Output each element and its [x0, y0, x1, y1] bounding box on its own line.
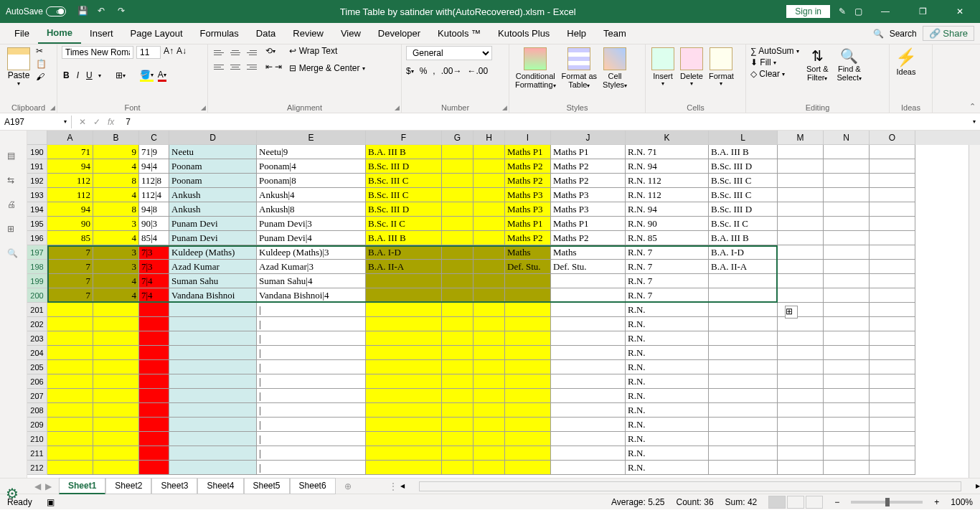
cell-C211[interactable] [139, 446, 169, 461]
cell-G196[interactable] [442, 231, 473, 245]
cell-C193[interactable]: 112|4 [139, 188, 169, 202]
cell-I206[interactable] [505, 374, 551, 389]
cell-C200[interactable]: 7|4 [139, 288, 169, 303]
add-sheet-button[interactable]: ⊕ [336, 481, 360, 491]
cell-A200[interactable]: 7 [47, 288, 93, 303]
cell-D205[interactable] [169, 360, 257, 374]
cell-K202[interactable]: R.N. [626, 317, 709, 331]
cell-N197[interactable] [824, 245, 870, 260]
cell-M194[interactable] [778, 202, 824, 217]
cell-A205[interactable] [47, 360, 93, 374]
cell-J195[interactable]: Maths P1 [551, 217, 626, 231]
horizontal-scrollbar[interactable] [419, 481, 961, 491]
col-header-D[interactable]: D [169, 131, 257, 145]
col-header-B[interactable]: B [93, 131, 139, 145]
number-format-select[interactable]: General [406, 46, 492, 60]
cell-B202[interactable] [93, 317, 139, 331]
align-top-right[interactable] [244, 46, 258, 59]
tab-team[interactable]: Team [595, 24, 635, 43]
worksheet[interactable]: ABCDEFGHIJKLMNO 19071971|9NeetuNeetu|9B.… [27, 131, 980, 478]
cell-E203[interactable]: | [257, 331, 366, 346]
cell-C212[interactable] [139, 461, 169, 475]
cell-O207[interactable] [870, 389, 915, 403]
insert-cells-button[interactable]: Insert▾ [650, 46, 676, 88]
cell-N194[interactable] [824, 202, 870, 217]
cell-E210[interactable]: | [257, 432, 366, 446]
cell-I205[interactable] [505, 360, 551, 374]
cell-J200[interactable] [551, 288, 626, 303]
tab-help[interactable]: Help [558, 24, 595, 43]
tab-file[interactable]: File [6, 24, 38, 43]
cell-D208[interactable] [169, 403, 257, 418]
cell-F203[interactable] [366, 331, 442, 346]
cell-L208[interactable] [709, 403, 778, 418]
tab-insert[interactable]: Insert [81, 24, 122, 43]
page-break-view-button[interactable] [806, 496, 823, 509]
cell-K208[interactable]: R.N. [626, 403, 709, 418]
rail-icon-5[interactable]: 🔍 [7, 248, 20, 261]
cell-O211[interactable] [870, 446, 915, 461]
align-bottom-right[interactable] [244, 60, 258, 73]
row-header[interactable]: 212 [27, 461, 47, 475]
cell-D191[interactable]: Poonam [169, 159, 257, 174]
cell-F196[interactable]: B.A. III B [366, 231, 442, 245]
cell-F190[interactable]: B.A. III B [366, 145, 442, 159]
cell-J196[interactable]: Maths P2 [551, 231, 626, 245]
cell-L203[interactable] [709, 331, 778, 346]
cell-N206[interactable] [824, 374, 870, 389]
cell-C209[interactable] [139, 418, 169, 432]
cell-G194[interactable] [442, 202, 473, 217]
cell-H190[interactable] [473, 145, 505, 159]
quick-analysis-icon[interactable]: ⊞ [785, 306, 798, 319]
cell-A199[interactable]: 7 [47, 274, 93, 288]
cell-H191[interactable] [473, 159, 505, 174]
sort-filter-button[interactable]: ⇅Sort &Filter▾ [805, 46, 830, 83]
zoom-slider[interactable] [851, 501, 923, 504]
cell-F206[interactable] [366, 374, 442, 389]
cell-G211[interactable] [442, 446, 473, 461]
cell-K199[interactable]: R.N. 7 [626, 274, 709, 288]
cell-H211[interactable] [473, 446, 505, 461]
cell-C190[interactable]: 71|9 [139, 145, 169, 159]
cell-B201[interactable] [93, 303, 139, 317]
cell-J206[interactable] [551, 374, 626, 389]
cell-I211[interactable] [505, 446, 551, 461]
cell-L190[interactable]: B.A. III B [709, 145, 778, 159]
col-header-O[interactable]: O [870, 131, 915, 145]
maximize-button[interactable]: ❐ [908, 0, 937, 23]
cell-C191[interactable]: 94|4 [139, 159, 169, 174]
cell-C192[interactable]: 112|8 [139, 174, 169, 188]
format-painter-icon[interactable]: 🖌 [36, 72, 47, 82]
conditional-formatting-button[interactable]: ConditionalFormatting▾ [514, 46, 557, 90]
cell-N211[interactable] [824, 446, 870, 461]
cell-O203[interactable] [870, 331, 915, 346]
cell-I195[interactable]: Maths P1 [505, 217, 551, 231]
cell-B192[interactable]: 8 [93, 174, 139, 188]
cell-H206[interactable] [473, 374, 505, 389]
cell-B195[interactable]: 3 [93, 217, 139, 231]
cell-O208[interactable] [870, 403, 915, 418]
row-header[interactable]: 197 [27, 245, 47, 260]
cell-O196[interactable] [870, 231, 915, 245]
cell-A195[interactable]: 90 [47, 217, 93, 231]
cell-J212[interactable] [551, 461, 626, 475]
cell-J205[interactable] [551, 360, 626, 374]
cell-F191[interactable]: B.Sc. III D [366, 159, 442, 174]
cell-E196[interactable]: Punam Devi|4 [257, 231, 366, 245]
cell-G209[interactable] [442, 418, 473, 432]
increase-decimal-icon[interactable]: .00→ [441, 66, 462, 76]
cell-D197[interactable]: Kuldeep (Maths) [169, 245, 257, 260]
cell-J210[interactable] [551, 432, 626, 446]
row-header[interactable]: 194 [27, 202, 47, 217]
number-launcher-icon[interactable]: ◢ [502, 104, 507, 111]
tab-view[interactable]: View [332, 24, 369, 43]
row-header[interactable]: 199 [27, 274, 47, 288]
clear-button[interactable]: ◇ Clear ▾ [750, 69, 799, 79]
cell-O202[interactable] [870, 317, 915, 331]
cell-K203[interactable]: R.N. [626, 331, 709, 346]
ideas-button[interactable]: ⚡Ideas [894, 46, 918, 77]
cell-J209[interactable] [551, 418, 626, 432]
cell-N203[interactable] [824, 331, 870, 346]
cell-N207[interactable] [824, 389, 870, 403]
cell-C198[interactable]: 7|3 [139, 260, 169, 274]
